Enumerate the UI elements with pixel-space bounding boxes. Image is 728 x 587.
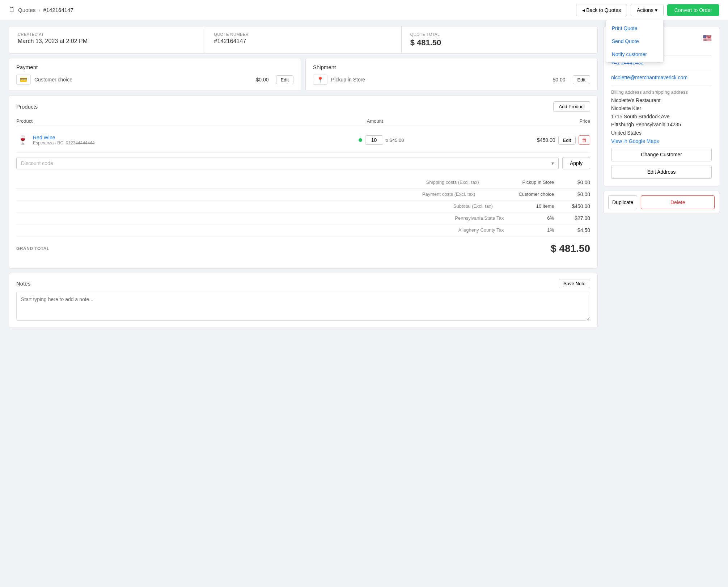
divider-2: [611, 70, 712, 70]
notes-header: Notes Save Note: [16, 279, 590, 288]
products-col-headers: Product Amount Price: [16, 116, 590, 126]
tax2-value: $4.50: [561, 227, 590, 233]
action-buttons-card: Duplicate Delete: [604, 191, 719, 214]
shipment-line: 📍 Pickup in Store $0.00 Edit: [313, 75, 590, 85]
convert-to-order-button[interactable]: Convert to Order: [667, 4, 719, 16]
apply-discount-button[interactable]: Apply: [562, 157, 590, 169]
products-header: Products Add Product: [16, 101, 590, 112]
shipping-method: Pickup in Store: [522, 180, 554, 185]
product-info: Red Wine Esperanza · BC: 012344444444: [33, 135, 312, 145]
shipping-label: Shipping costs (Excl. tax): [426, 180, 479, 185]
created-at-label: CREATED AT: [18, 32, 196, 37]
add-product-button[interactable]: Add Product: [553, 101, 590, 112]
payment-cost-method: Customer choice: [519, 191, 554, 197]
payment-cost-row: Payment costs (Excl. tax) Customer choic…: [16, 189, 590, 200]
line-total: $450.00: [537, 137, 555, 143]
main-layout: CREATED AT March 13, 2023 at 2:02 PM QUO…: [0, 20, 728, 334]
notes-textarea[interactable]: [16, 292, 590, 321]
breadcrumb-separator: ›: [38, 7, 40, 13]
subtotal-row: Subtotal (Excl. tax) 10 items $450.00: [16, 200, 590, 212]
grand-total-row: GRAND TOTAL $ 481.50: [16, 238, 590, 259]
product-name[interactable]: Red Wine: [33, 135, 312, 140]
notes-title: Notes: [16, 280, 30, 287]
products-card: Products Add Product Product Amount Pric…: [9, 95, 598, 269]
top-actions: ◂ Back to Quotes Actions ▾ Print Quote S…: [576, 4, 719, 16]
table-row: 🍷 Red Wine Esperanza · BC: 012344444444 …: [16, 128, 590, 153]
quantity-input[interactable]: [365, 135, 383, 145]
tax1-value: $27.00: [561, 215, 590, 221]
breadcrumb-quote-id: #142164147: [43, 7, 73, 13]
shipping-cost-row: Shipping costs (Excl. tax) Pickup in Sto…: [16, 177, 590, 189]
created-at-value: March 13, 2023 at 2:02 PM: [18, 38, 196, 45]
customer-email[interactable]: nicolette@merchantmaverick.com: [611, 75, 712, 80]
delete-button[interactable]: Delete: [641, 195, 715, 209]
view-in-google-maps-link[interactable]: View in Google Maps: [611, 138, 712, 144]
breadcrumb: 🗒 Quotes › #142164147: [9, 6, 73, 14]
chevron-down-icon: ▾: [551, 160, 554, 166]
address-name: Nicolette Kier: [611, 104, 712, 112]
breadcrumb-quotes[interactable]: Quotes: [18, 7, 35, 13]
dropdown-send-quote[interactable]: Send Quote: [606, 35, 663, 48]
actions-dropdown-menu: Print Quote Send Quote Notify customer: [606, 20, 664, 63]
edit-address-button[interactable]: Edit Address: [611, 165, 712, 179]
totals-section: Shipping costs (Excl. tax) Pickup in Sto…: [16, 174, 590, 262]
right-column: Mrs. Nicolette Kier 🇺🇸 Business · #95249…: [604, 26, 719, 328]
divider-3: [611, 85, 712, 85]
payment-edit-button[interactable]: Edit: [276, 75, 293, 84]
quote-total-section: QUOTE TOTAL $ 481.50: [402, 26, 597, 53]
payment-cost-value: $0.00: [561, 191, 590, 197]
address-label: Billing address and shipping address: [611, 89, 712, 95]
quote-info-bar: CREATED AT March 13, 2023 at 2:02 PM QUO…: [9, 26, 598, 54]
col-amount-header: Amount: [303, 118, 447, 124]
tax1-label: Pennsylvania State Tax: [455, 215, 504, 221]
actions-dropdown-container: Actions ▾ Print Quote Send Quote Notify …: [631, 4, 664, 16]
notes-card: Notes Save Note: [9, 273, 598, 328]
duplicate-button[interactable]: Duplicate: [608, 195, 637, 209]
address-country: United States: [611, 129, 712, 137]
products-title: Products: [16, 104, 38, 110]
customer-flag: 🇺🇸: [703, 34, 712, 42]
payment-method: Customer choice: [34, 77, 253, 83]
back-to-quotes-button[interactable]: ◂ Back to Quotes: [576, 4, 627, 16]
shipment-title: Shipment: [313, 64, 590, 70]
tax2-row: Allegheny County Tax 1% $4.50: [16, 224, 590, 236]
top-bar: 🗒 Quotes › #142164147 ◂ Back to Quotes A…: [0, 0, 728, 20]
product-sku: Esperanza · BC: 012344444444: [33, 140, 312, 145]
payment-title: Payment: [16, 64, 293, 70]
save-note-button[interactable]: Save Note: [559, 279, 590, 288]
col-product-header: Product: [16, 118, 303, 124]
tax2-label: Allegheny County Tax: [458, 227, 504, 233]
dropdown-notify-customer[interactable]: Notify customer: [606, 48, 663, 61]
subtotal-value: $450.00: [561, 203, 590, 209]
product-delete-button[interactable]: 🗑: [579, 135, 590, 145]
stock-indicator: [359, 138, 362, 142]
product-edit-button[interactable]: Edit: [558, 136, 576, 145]
payment-cost-label: Payment costs (Excl. tax): [422, 191, 475, 197]
discount-row: Discount code ▾ Apply: [16, 157, 590, 169]
product-thumbnail: 🍷: [16, 131, 29, 149]
shipment-edit-button[interactable]: Edit: [573, 75, 590, 84]
payment-line: 💳 Customer choice $0.00 Edit: [16, 75, 293, 85]
dropdown-print-quote[interactable]: Print Quote: [606, 22, 663, 35]
subtotal-qty: 10 items: [536, 203, 554, 209]
address-street: 1715 South Braddock Ave: [611, 113, 712, 121]
grand-total-value: $ 481.50: [551, 243, 590, 254]
shipment-amount: $0.00: [553, 77, 566, 83]
created-at-section: CREATED AT March 13, 2023 at 2:02 PM: [9, 26, 205, 53]
change-customer-button[interactable]: Change Customer: [611, 148, 712, 161]
tax1-rate: 6%: [547, 215, 554, 221]
shipment-icon: 📍: [313, 75, 327, 85]
col-price-header: Price: [447, 118, 591, 124]
quotes-icon: 🗒: [9, 6, 15, 14]
shipment-method: Pickup in Store: [331, 77, 549, 83]
payment-card: Payment 💳 Customer choice $0.00 Edit: [9, 58, 301, 91]
quote-number-label: QUOTE NUMBER: [214, 32, 392, 37]
unit-price: x $45.00: [386, 138, 404, 143]
actions-button[interactable]: Actions ▾: [631, 4, 664, 16]
discount-placeholder: Discount code: [21, 160, 53, 166]
payment-shipment-row: Payment 💳 Customer choice $0.00 Edit Shi…: [9, 58, 598, 91]
grand-total-label: GRAND TOTAL: [16, 246, 50, 251]
product-quantity-col: x $45.00: [312, 135, 451, 145]
discount-code-input[interactable]: Discount code ▾: [16, 157, 559, 169]
quote-number-value: #142164147: [214, 38, 392, 45]
